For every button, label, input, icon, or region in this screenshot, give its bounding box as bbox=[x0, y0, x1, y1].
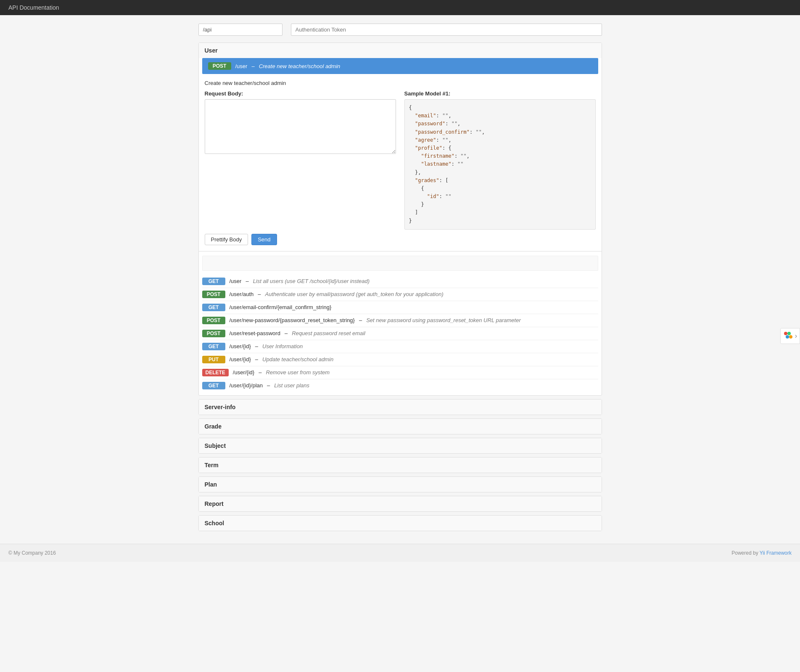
api-base-input[interactable] bbox=[198, 24, 283, 36]
post-user-desc: Create new teacher/school admin bbox=[259, 63, 341, 69]
endpoint-body-label: Create new teacher/school admin bbox=[205, 80, 596, 86]
main-container: User POST /user – Create new teacher/sch… bbox=[194, 24, 606, 531]
sample-model-column: Sample Model #1: { "email": "", "passwor… bbox=[404, 90, 596, 230]
post-badge: POST bbox=[202, 330, 225, 337]
request-body-label: Request Body: bbox=[205, 90, 396, 97]
framework-link[interactable]: Yii Framework bbox=[760, 550, 792, 556]
endpoint-path: /user/new-password/{password_reset_token… bbox=[230, 317, 355, 323]
action-buttons: Prettify Body Send bbox=[205, 234, 596, 245]
term-section[interactable]: Term bbox=[198, 457, 602, 473]
response-area bbox=[202, 256, 598, 271]
sample-model-box: { "email": "", "password": "", "password… bbox=[404, 99, 596, 230]
copyright: © My Company 2016 bbox=[8, 550, 56, 556]
endpoint-desc: Set new password using password_reset_to… bbox=[366, 317, 521, 323]
body-columns: Request Body: Sample Model #1: { "email"… bbox=[205, 90, 596, 230]
sample-model-label: Sample Model #1: bbox=[404, 90, 596, 97]
table-row[interactable]: GET /user/email-confirm/{email_confirm_s… bbox=[202, 301, 598, 314]
table-row[interactable]: POST /user/auth – Authenticate user by e… bbox=[202, 288, 598, 301]
send-button[interactable]: Send bbox=[251, 234, 277, 245]
grade-header[interactable]: Grade bbox=[199, 419, 602, 434]
delete-badge: DELETE bbox=[202, 369, 229, 376]
endpoint-desc: List user plans bbox=[274, 382, 309, 389]
endpoint-path: /user/auth bbox=[230, 291, 254, 297]
post-badge: POST bbox=[202, 291, 225, 298]
prettify-button[interactable]: Prettify Body bbox=[205, 234, 248, 245]
get-badge: GET bbox=[202, 343, 225, 350]
endpoint-desc: User Information bbox=[262, 343, 303, 349]
post-badge: POST bbox=[208, 62, 231, 70]
endpoint-desc: List all users (use GET /school/{id}/use… bbox=[253, 278, 370, 284]
svg-point-2 bbox=[786, 335, 789, 339]
table-row[interactable]: POST /user/reset-password – Request pass… bbox=[202, 327, 598, 340]
school-header[interactable]: School bbox=[199, 516, 602, 531]
server-info-header[interactable]: Server-info bbox=[199, 399, 602, 415]
dash-separator: – bbox=[251, 63, 254, 69]
table-row[interactable]: GET /user/{id}/plan – List user plans bbox=[202, 379, 598, 392]
endpoint-path: /user/{id} bbox=[233, 369, 254, 376]
expand-icon[interactable]: › bbox=[795, 332, 797, 340]
report-section[interactable]: Report bbox=[198, 496, 602, 512]
table-row[interactable]: POST /user/new-password/{password_reset_… bbox=[202, 314, 598, 327]
request-body-column: Request Body: bbox=[205, 90, 396, 230]
request-body-textarea[interactable] bbox=[205, 99, 396, 154]
endpoint-path: /user/reset-password bbox=[230, 330, 280, 336]
top-inputs-row bbox=[198, 24, 602, 36]
post-user-endpoint-header[interactable]: POST /user – Create new teacher/school a… bbox=[202, 58, 598, 74]
table-row[interactable]: DELETE /user/{id} – Remove user from sys… bbox=[202, 366, 598, 379]
top-navigation: API Documentation bbox=[0, 0, 800, 15]
user-section: User POST /user – Create new teacher/sch… bbox=[198, 42, 602, 396]
post-user-path: /user bbox=[235, 63, 248, 69]
subject-header[interactable]: Subject bbox=[199, 438, 602, 453]
server-info-section[interactable]: Server-info bbox=[198, 399, 602, 415]
endpoint-desc: Update teacher/school admin bbox=[262, 356, 333, 362]
get-badge: GET bbox=[202, 278, 225, 285]
footer: © My Company 2016 Powered by Yii Framewo… bbox=[0, 544, 800, 562]
svg-point-0 bbox=[784, 332, 787, 335]
user-section-header[interactable]: User bbox=[199, 43, 602, 58]
endpoint-path: /user/{id} bbox=[230, 356, 251, 362]
put-badge: PUT bbox=[202, 356, 225, 363]
svg-point-1 bbox=[787, 332, 791, 335]
svg-point-3 bbox=[789, 335, 792, 339]
nav-title: API Documentation bbox=[8, 4, 59, 11]
endpoint-path: /user/email-confirm/{email_confirm_strin… bbox=[230, 304, 332, 310]
endpoint-desc: Request password reset email bbox=[292, 330, 365, 336]
term-header[interactable]: Term bbox=[199, 458, 602, 473]
table-row[interactable]: GET /user – List all users (use GET /sch… bbox=[202, 275, 598, 288]
powered-by: Powered by Yii Framework bbox=[731, 550, 792, 556]
get-badge: GET bbox=[202, 304, 225, 311]
plan-header[interactable]: Plan bbox=[199, 477, 602, 492]
plan-section[interactable]: Plan bbox=[198, 476, 602, 492]
grade-section[interactable]: Grade bbox=[198, 418, 602, 434]
post-user-body: Create new teacher/school admin Request … bbox=[199, 74, 602, 251]
report-header[interactable]: Report bbox=[199, 496, 602, 511]
table-row[interactable]: PUT /user/{id} – Update teacher/school a… bbox=[202, 353, 598, 366]
endpoint-path: /user/{id} bbox=[230, 343, 251, 349]
side-panel: › bbox=[780, 328, 800, 344]
table-row[interactable]: GET /user/{id} – User Information bbox=[202, 340, 598, 353]
side-icon bbox=[783, 331, 793, 341]
school-section[interactable]: School bbox=[198, 515, 602, 531]
auth-token-input[interactable] bbox=[291, 24, 602, 36]
get-badge: GET bbox=[202, 382, 225, 389]
endpoint-path: /user bbox=[230, 278, 242, 284]
endpoint-list: GET /user – List all users (use GET /sch… bbox=[202, 275, 598, 392]
subject-section[interactable]: Subject bbox=[198, 438, 602, 454]
endpoint-desc: Remove user from system bbox=[266, 369, 330, 376]
endpoint-path: /user/{id}/plan bbox=[230, 382, 263, 389]
endpoint-desc: Authenticate user by email/password (get… bbox=[265, 291, 444, 297]
post-badge: POST bbox=[202, 317, 225, 324]
